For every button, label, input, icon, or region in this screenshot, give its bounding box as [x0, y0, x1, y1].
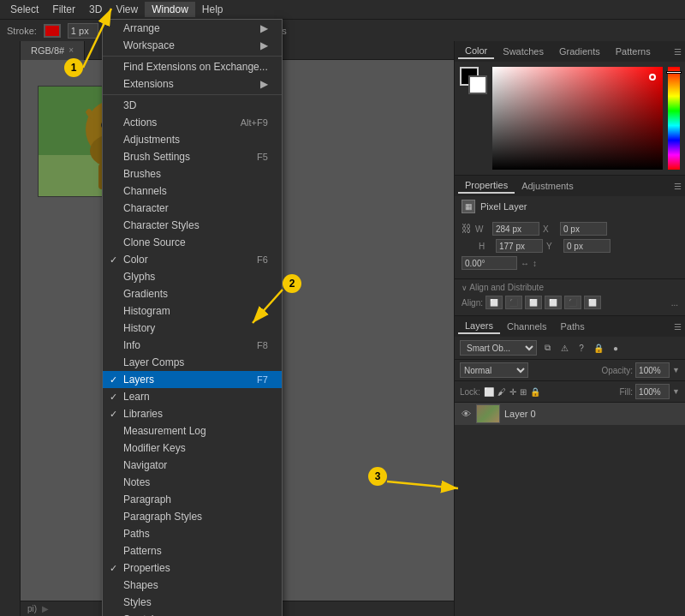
align-right-btn[interactable]: ⬜ [525, 296, 542, 309]
stroke-value-input[interactable] [68, 23, 98, 39]
menu-item-color[interactable]: Color F6 [103, 251, 282, 268]
menu-select[interactable]: Select [3, 2, 45, 17]
tab-document[interactable]: RGB/8# × [21, 41, 85, 60]
color-panel-menu-icon[interactable]: ☰ [674, 47, 682, 57]
stroke-color-swatch[interactable] [44, 24, 61, 38]
tab-paths[interactable]: Paths [554, 320, 592, 333]
menu-filter[interactable]: Filter [45, 2, 82, 17]
flip-v-icon[interactable]: ↕ [533, 259, 537, 268]
opacity-arrow[interactable]: ▼ [672, 366, 680, 374]
menu-item-measurement-log[interactable]: Measurement Log [103, 422, 282, 440]
lock-image-icon[interactable]: 🖌 [497, 387, 506, 397]
menu-item-3d[interactable]: 3D [103, 97, 282, 114]
hue-slider[interactable] [668, 67, 680, 170]
menu-item-info[interactable]: Info F8 [103, 337, 282, 354]
menu-item-channels[interactable]: Channels [103, 182, 282, 200]
menu-help[interactable]: Help [195, 2, 230, 17]
status-text: pi) [27, 604, 37, 613]
layer-row[interactable]: 👁 Layer 0 [455, 403, 685, 425]
menu-item-patterns[interactable]: Patterns [103, 542, 282, 559]
layers-panel-menu-icon[interactable]: ☰ [674, 322, 682, 332]
menu-item-navigator[interactable]: Navigator [103, 457, 282, 474]
color-gradient-field[interactable] [492, 67, 663, 170]
menu-item-swatches[interactable]: Swatches [103, 611, 282, 616]
menu-item-notes[interactable]: Notes [103, 474, 282, 491]
menu-item-layers[interactable]: Layers F7 [103, 371, 282, 388]
fill-label: Fill: [620, 387, 634, 397]
align-more-btn[interactable]: ... [671, 298, 678, 308]
menu-item-histogram[interactable]: Histogram [103, 302, 282, 320]
fill-arrow[interactable]: ▼ [672, 387, 680, 396]
align-label: Align: [462, 298, 483, 308]
menu-item-paths[interactable]: Paths [103, 525, 282, 542]
width-field[interactable] [492, 222, 539, 236]
menu-item-arrange[interactable]: Arrange ▶ [103, 20, 282, 37]
opacity-input[interactable] [635, 362, 670, 378]
filter-warning-btn[interactable]: ⚠ [557, 341, 571, 355]
menu-item-character-styles[interactable]: Character Styles [103, 217, 282, 234]
menu-item-learn[interactable]: Learn [103, 388, 282, 405]
filter-link-btn[interactable]: ? [575, 341, 588, 355]
menu-item-actions[interactable]: Actions Alt+F9 [103, 114, 282, 131]
lock-all-icon[interactable]: 🔒 [530, 387, 540, 397]
align-left-btn[interactable]: ⬜ [485, 296, 503, 309]
lock-transparent-icon[interactable]: ⬜ [484, 387, 494, 397]
menu-window[interactable]: Window [145, 2, 195, 17]
flip-h-icon[interactable]: ↔ [521, 259, 529, 268]
align-top-btn[interactable]: ⬜ [545, 296, 562, 309]
x-field[interactable] [560, 222, 607, 236]
menu-item-brush-settings[interactable]: Brush Settings F5 [103, 148, 282, 165]
tab-close-icon[interactable]: × [68, 45, 74, 55]
y-field[interactable] [563, 239, 611, 253]
layers-filter-select[interactable]: Smart Ob... [460, 340, 537, 356]
lock-position-icon[interactable]: ✛ [509, 387, 516, 397]
height-field[interactable] [496, 239, 543, 253]
tab-patterns[interactable]: Patterns [609, 45, 658, 58]
properties-panel-menu-icon[interactable]: ☰ [674, 182, 682, 191]
menu-item-paragraph-styles[interactable]: Paragraph Styles [103, 508, 282, 525]
menu-item-adjustments[interactable]: Adjustments [103, 131, 282, 148]
blend-mode-select[interactable]: Normal [460, 362, 528, 378]
menu-item-find-extensions[interactable]: Find Extensions on Exchange... [103, 58, 282, 75]
menu-item-layer-comps[interactable]: Layer Comps [103, 354, 282, 371]
lock-artboard-icon[interactable]: ⊞ [520, 387, 527, 397]
menu-item-paragraph[interactable]: Paragraph [103, 491, 282, 508]
menu-3d[interactable]: 3D [82, 2, 109, 17]
menu-item-gradients[interactable]: Gradients [103, 285, 282, 302]
align-center-h-btn[interactable]: ⬛ [505, 296, 522, 309]
layer-name: Layer 0 [504, 409, 680, 419]
tab-channels[interactable]: Channels [500, 320, 553, 333]
menu-item-brushes[interactable]: Brushes [103, 165, 282, 182]
tab-adjustments[interactable]: Adjustments [515, 179, 581, 193]
layer-visibility-icon[interactable]: 👁 [460, 408, 472, 420]
properties-tabs: Properties Adjustments ☰ [455, 176, 685, 196]
menu-item-styles[interactable]: Styles [103, 594, 282, 611]
fill-input[interactable] [635, 384, 670, 399]
tab-color[interactable]: Color [458, 44, 494, 59]
props-content: ⛓ W X H Y ↔ ↕ [455, 217, 685, 278]
menu-item-glyphs[interactable]: Glyphs [103, 268, 282, 285]
chain-icon[interactable]: ⛓ [462, 223, 472, 235]
menu-item-shapes[interactable]: Shapes [103, 577, 282, 594]
tab-layers[interactable]: Layers [458, 319, 500, 334]
tab-properties[interactable]: Properties [458, 178, 515, 194]
filter-lock-btn[interactable]: 🔒 [592, 341, 605, 355]
align-center-v-btn[interactable]: ⬛ [564, 296, 581, 309]
align-bottom-btn[interactable]: ⬜ [584, 296, 601, 309]
menu-item-character[interactable]: Character [103, 200, 282, 217]
background-swatch[interactable] [468, 75, 487, 94]
menu-item-workspace[interactable]: Workspace ▶ [103, 37, 282, 54]
menu-item-history[interactable]: History [103, 320, 282, 337]
menu-item-libraries[interactable]: Libraries [103, 405, 282, 422]
align-row: Align: ⬜ ⬛ ⬜ ⬜ ⬛ ⬜ ... [462, 296, 678, 309]
menu-item-extensions[interactable]: Extensions ▶ [103, 75, 282, 93]
menu-item-modifier-keys[interactable]: Modifier Keys [103, 440, 282, 457]
menu-view[interactable]: View [109, 2, 145, 17]
filter-kind-btn[interactable]: ⧉ [540, 341, 554, 355]
filter-toggle-btn[interactable]: ● [609, 341, 622, 355]
angle-field[interactable] [462, 256, 517, 270]
tab-swatches[interactable]: Swatches [496, 45, 551, 58]
menu-item-clone-source[interactable]: Clone Source [103, 234, 282, 251]
menu-item-properties[interactable]: Properties [103, 559, 282, 577]
tab-gradients[interactable]: Gradients [552, 45, 607, 58]
